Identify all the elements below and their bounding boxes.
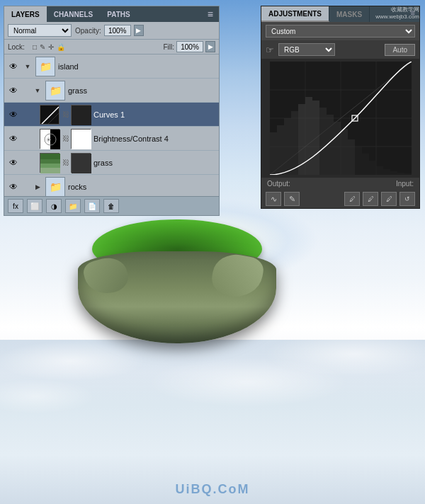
svg-rect-10 — [40, 154, 60, 159]
eyedropper-gray-btn[interactable]: 🖊 — [363, 192, 378, 206]
adj-bottom-tools: ∿ ✎ 🖊 🖊 🖊 ↺ — [261, 190, 419, 208]
layers-panel: LAYERS CHANNELS PATHS ≡ Normal Opacity: … — [4, 6, 220, 216]
svg-rect-25 — [284, 118, 291, 175]
floating-island — [78, 219, 276, 361]
thumb-bc4: ☀ — [40, 129, 60, 149]
tab-layers[interactable]: LAYERS — [4, 6, 47, 22]
svg-rect-28 — [305, 97, 312, 175]
curves-graph-area — [261, 59, 419, 178]
mask-btn[interactable]: ⬜ — [27, 199, 42, 213]
svg-rect-41 — [397, 173, 404, 175]
lock-transparency-icon[interactable]: □ — [33, 43, 37, 51]
thumb-island: 📁 — [35, 57, 55, 76]
eyedropper-black-btn[interactable]: 🖊 — [344, 192, 360, 206]
svg-rect-33 — [341, 129, 348, 175]
reset-btn[interactable]: ↺ — [400, 192, 415, 206]
new-layer-btn[interactable]: 📄 — [84, 199, 100, 213]
delete-btn[interactable]: 🗑 — [103, 199, 119, 213]
fill-label: Fill: — [163, 43, 174, 51]
svg-rect-5 — [50, 130, 60, 149]
adj-preset-row: Custom — [261, 22, 419, 40]
mask-grass — [71, 153, 91, 173]
eye-grass[interactable]: 👁 — [7, 156, 20, 169]
opacity-label: Opacity: — [75, 27, 101, 35]
svg-rect-38 — [376, 166, 383, 175]
panel-menu-btn[interactable]: ≡ — [202, 6, 219, 22]
fill-input[interactable] — [176, 41, 203, 52]
chain-link-grass: ⛓ — [62, 159, 68, 166]
svg-rect-42 — [404, 173, 412, 175]
svg-rect-11 — [40, 159, 60, 164]
island-rocks — [78, 251, 276, 343]
layer-grass[interactable]: 👁 ⛓ grass — [4, 151, 219, 175]
layer-island[interactable]: 👁 ▼ 📁 island — [4, 55, 219, 79]
lock-fill-row: Lock: □ ✎ ✛ 🔒 Fill: ▶ — [4, 40, 219, 55]
eyedropper-white-btn[interactable]: 🖊 — [381, 192, 397, 206]
mask-curves1 — [71, 105, 91, 125]
svg-rect-23 — [270, 132, 277, 175]
tab-paths[interactable]: PATHS — [100, 6, 137, 22]
lock-paint-icon[interactable]: ✎ — [40, 43, 45, 51]
channel-row: ☞ RGB Auto — [261, 40, 419, 59]
svg-rect-32 — [334, 122, 341, 175]
lock-all-icon[interactable]: 🔒 — [57, 43, 65, 51]
tab-masks[interactable]: MASKS — [329, 6, 370, 22]
layer-grass-folder[interactable]: 👁 ▼ 📁 grass — [4, 79, 219, 103]
svg-rect-37 — [369, 161, 376, 175]
thumb-curves1 — [40, 105, 60, 125]
svg-rect-13 — [40, 168, 60, 173]
svg-text:☀: ☀ — [45, 136, 52, 144]
expand-grass[interactable]: ▼ — [33, 86, 42, 96]
thumb-grass — [40, 153, 60, 173]
opacity-group: Opacity: ▶ — [75, 25, 144, 36]
thumb-rocks: 📁 — [45, 177, 65, 197]
tab-channels[interactable]: CHANNELS — [47, 6, 101, 22]
mask-bc4 — [71, 129, 91, 149]
fx-btn[interactable]: fx — [8, 199, 23, 213]
pencil-btn[interactable]: ✎ — [284, 192, 300, 206]
layer-curves1[interactable]: 👁 ⛓ Curves 1 — [4, 103, 219, 127]
layer-rocks[interactable]: 👁 ▶ 📁 rocks — [4, 175, 219, 196]
layers-list: 👁 ▼ 📁 island 👁 ▼ 📁 grass 👁 — [4, 55, 219, 196]
lock-move-icon[interactable]: ✛ — [48, 43, 54, 51]
output-label: Output: — [267, 180, 290, 188]
smooth-btn[interactable]: ∿ — [266, 192, 281, 206]
watermark: 收藏教学网 www.webjb3.com — [375, 6, 419, 20]
svg-rect-12 — [40, 164, 60, 168]
svg-rect-35 — [355, 147, 362, 175]
eye-grass-folder[interactable]: 👁 — [7, 84, 20, 97]
layers-tab-bar: LAYERS CHANNELS PATHS ≡ — [4, 6, 219, 22]
output-input-row: Output: Input: — [261, 178, 419, 190]
eye-bc4[interactable]: 👁 — [7, 132, 20, 145]
adjustments-panel: ADJUSTMENTS MASKS ≡ Custom ☞ RGB Auto — [261, 6, 420, 209]
layer-bc4[interactable]: 👁 ☀ ⛓ Brightness/Contrast 4 — [4, 127, 219, 151]
fill-arrow[interactable]: ▶ — [205, 41, 215, 52]
svg-rect-40 — [390, 171, 397, 175]
blend-mode-select[interactable]: Normal — [8, 24, 72, 37]
adj-btn[interactable]: ◑ — [46, 199, 62, 213]
expand-island[interactable]: ▼ — [23, 62, 33, 71]
layer-name-rocks: rocks — [68, 183, 216, 191]
opacity-arrow[interactable]: ▶ — [134, 25, 144, 36]
blend-mode-row: Normal Opacity: ▶ — [4, 22, 219, 40]
auto-btn[interactable]: Auto — [385, 44, 415, 56]
eye-rocks[interactable]: 👁 — [7, 181, 20, 193]
channel-select[interactable]: RGB — [278, 43, 335, 56]
lock-icons: □ ✎ ✛ 🔒 — [33, 43, 65, 51]
opacity-input[interactable] — [104, 25, 131, 36]
svg-rect-3 — [72, 105, 91, 125]
clouds-layer — [0, 340, 425, 504]
svg-rect-29 — [312, 101, 319, 175]
eye-island[interactable]: 👁 — [7, 60, 20, 73]
layers-toolbar: fx ⬜ ◑ 📁 📄 🗑 — [4, 196, 219, 215]
svg-rect-8 — [72, 130, 91, 149]
expand-rocks[interactable]: ▶ — [33, 182, 42, 192]
curves-svg — [270, 62, 412, 175]
svg-rect-39 — [383, 169, 390, 175]
group-btn[interactable]: 📁 — [65, 199, 81, 213]
eye-curves1[interactable]: 👁 — [7, 108, 20, 121]
input-label: Input: — [396, 180, 414, 188]
preset-select[interactable]: Custom — [266, 25, 415, 38]
tab-adjustments[interactable]: ADJUSTMENTS — [261, 6, 329, 22]
hand-tool[interactable]: ☞ — [266, 45, 274, 55]
